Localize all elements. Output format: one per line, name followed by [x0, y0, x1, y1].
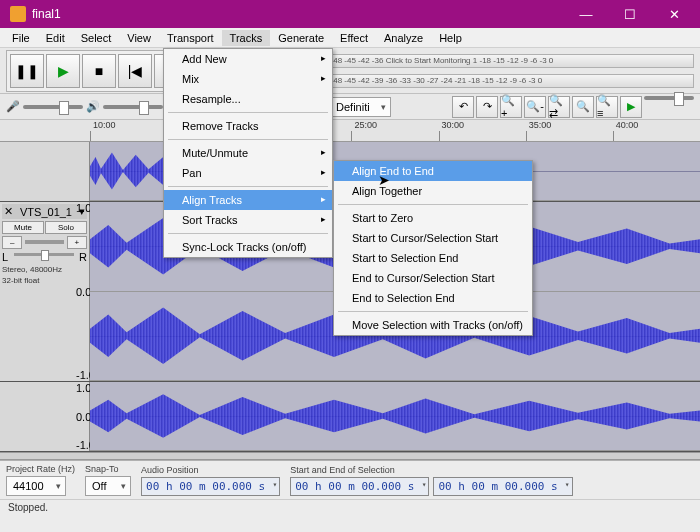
undo-button[interactable]: ↶ [452, 96, 474, 118]
rec-volume-group: 🎤 🔊 [6, 100, 163, 113]
menu-item[interactable]: Add New [164, 49, 332, 69]
speaker-small-icon: 🔊 [86, 100, 100, 113]
menu-item[interactable]: Align Tracks [164, 190, 332, 210]
pan-left-label: L [2, 251, 8, 263]
stop-button[interactable]: ■ [82, 54, 116, 88]
zoom-toggle-button[interactable]: 🔍≡ [596, 96, 618, 118]
pause-button[interactable]: ❚❚ [10, 54, 44, 88]
amp-top: 1.0 [76, 202, 90, 214]
main-toolbar: ❚❚ ▶ ■ |◀ ▶| ● 🎤 L R -57 -54 -51 -48 -45… [0, 48, 700, 94]
selection-toolbar: Project Rate (Hz) 44100 Snap-To Off Audi… [0, 460, 700, 499]
play-speed-slider[interactable] [644, 96, 694, 100]
menu-item[interactable]: Start to Zero [334, 208, 532, 228]
titlebar: final1 — ☐ ✕ [0, 0, 700, 28]
amp-mid: 0.0 [76, 411, 90, 423]
close-button[interactable]: ✕ [652, 0, 696, 28]
menu-tracks[interactable]: Tracks [222, 30, 271, 46]
rec-volume-slider[interactable] [23, 105, 83, 109]
menu-item[interactable]: End to Selection End [334, 288, 532, 308]
menu-item[interactable]: Sort Tracks [164, 210, 332, 230]
menu-item[interactable]: Align End to End [334, 161, 532, 181]
menu-view[interactable]: View [119, 30, 159, 46]
menu-item[interactable]: Mix [164, 69, 332, 89]
app-icon [10, 6, 26, 22]
mute-button[interactable]: Mute [2, 221, 44, 234]
menu-item[interactable]: Remove Tracks [164, 116, 332, 136]
project-rate-combo[interactable]: 44100 [6, 476, 66, 496]
track-close-icon[interactable]: ✕ [4, 205, 13, 218]
menu-effect[interactable]: Effect [332, 30, 376, 46]
play-volume-slider[interactable] [103, 105, 163, 109]
ruler-tick: 35:00 [529, 120, 552, 130]
track-head-partial [0, 142, 90, 201]
amp-bot: -1.0 [76, 369, 90, 381]
maximize-button[interactable]: ☐ [608, 0, 652, 28]
ruler-tick: 30:00 [442, 120, 465, 130]
track-format: Stereo, 48000Hz [2, 265, 87, 274]
horizontal-scrollbar[interactable] [0, 452, 700, 460]
window-title: final1 [32, 7, 564, 21]
play-button[interactable]: ▶ [46, 54, 80, 88]
ruler-tick: 25:00 [354, 120, 377, 130]
amp-mid: 0.0 [76, 286, 90, 298]
pan-slider[interactable] [14, 253, 74, 256]
menu-item[interactable]: Align Together [334, 181, 532, 201]
zoom-in-button[interactable]: 🔍+ [500, 96, 522, 118]
align-submenu: Align End to EndAlign TogetherStart to Z… [333, 160, 533, 336]
zoom-sel-button[interactable]: 🔍⇄ [548, 96, 570, 118]
snap-label: Snap-To [85, 464, 131, 474]
track-3: 1.0 0.0 -1.0 [0, 382, 700, 452]
menu-generate[interactable]: Generate [270, 30, 332, 46]
menu-edit[interactable]: Edit [38, 30, 73, 46]
play-at-speed-button[interactable]: ▶ [620, 96, 642, 118]
menu-item[interactable]: Sync-Lock Tracks (on/off) [164, 237, 332, 257]
menu-file[interactable]: File [4, 30, 38, 46]
zoom-out-button[interactable]: 🔍- [524, 96, 546, 118]
skip-start-button[interactable]: |◀ [118, 54, 152, 88]
audio-pos-label: Audio Position [141, 465, 280, 475]
gain-minus[interactable]: – [2, 236, 22, 249]
menu-item[interactable]: Start to Cursor/Selection Start [334, 228, 532, 248]
snap-combo[interactable]: Off [85, 476, 131, 496]
selection-end[interactable]: 00 h 00 m 00.000 s [433, 477, 572, 496]
audio-position[interactable]: 00 h 00 m 00.000 s [141, 477, 280, 496]
track-name: VTS_01_1 [20, 206, 72, 218]
selection-label: Start and End of Selection [290, 465, 572, 475]
redo-button[interactable]: ↷ [476, 96, 498, 118]
playback-meter[interactable]: -57 -54 -51 -48 -45 -42 -39 -36 -33 -30 … [284, 74, 694, 88]
amp-top: 1.0 [76, 382, 90, 394]
zoom-fit-button[interactable]: 🔍 [572, 96, 594, 118]
gain-slider[interactable] [25, 240, 64, 244]
edit-tools: ↶ ↷ 🔍+ 🔍- 🔍⇄ 🔍 🔍≡ ▶ [452, 96, 694, 118]
rate-label: Project Rate (Hz) [6, 464, 75, 474]
ruler-tick: 10:00 [93, 120, 116, 130]
amp-bot: -1.0 [76, 439, 90, 451]
ruler-tick: 40:00 [616, 120, 639, 130]
device-toolbar: 🎤 🔊 MME ers (Realtek High Definiti ↶ ↷ 🔍… [0, 94, 700, 120]
menu-item[interactable]: Start to Selection End [334, 248, 532, 268]
menubar: File Edit Select View Transport Tracks G… [0, 28, 700, 48]
menu-transport[interactable]: Transport [159, 30, 222, 46]
tracks-dropdown: Add NewMixResample...Remove TracksMute/U… [163, 48, 333, 258]
menu-item[interactable]: Resample... [164, 89, 332, 109]
mic-small-icon: 🎤 [6, 100, 20, 113]
selection-start[interactable]: 00 h 00 m 00.000 s [290, 477, 429, 496]
minimize-button[interactable]: — [564, 0, 608, 28]
menu-help[interactable]: Help [431, 30, 470, 46]
menu-item[interactable]: Mute/Unmute [164, 143, 332, 163]
menu-item[interactable]: Move Selection with Tracks (on/off) [334, 315, 532, 335]
menu-item[interactable]: Pan [164, 163, 332, 183]
menu-item[interactable]: End to Cursor/Selection Start [334, 268, 532, 288]
menu-analyze[interactable]: Analyze [376, 30, 431, 46]
menu-select[interactable]: Select [73, 30, 120, 46]
recording-meter[interactable]: -57 -54 -51 -48 -45 -42 -36 Click to Sta… [284, 54, 694, 68]
timeline-ruler[interactable]: 10:00 15:00 20:00 25:00 30:00 35:00 40:0… [0, 120, 700, 142]
status-text: Stopped. [0, 499, 700, 515]
waveform-3[interactable]: 1.0 0.0 -1.0 [90, 382, 700, 451]
track-depth: 32-bit float [2, 276, 87, 285]
